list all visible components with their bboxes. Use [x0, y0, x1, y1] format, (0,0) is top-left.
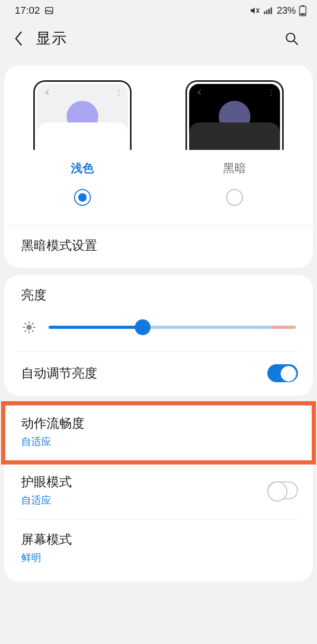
light-theme-label: 浅色	[71, 160, 94, 176]
dark-theme-label: 黑暗	[223, 160, 246, 176]
auto-brightness-row[interactable]: 自动调节亮度	[4, 352, 313, 396]
brightness-title: 亮度	[21, 287, 296, 304]
theme-option-light[interactable]: 浅色	[14, 80, 151, 206]
auto-brightness-label: 自动调节亮度	[21, 365, 97, 382]
svg-rect-1	[264, 12, 266, 14]
brightness-block: 亮度	[4, 275, 313, 351]
picture-icon	[44, 6, 54, 15]
status-time: 17:02	[15, 5, 40, 16]
display-options-card: 动作流畅度 自适应 护眼模式 自适应 屏幕模式 鲜明	[4, 403, 313, 582]
svg-point-11	[118, 95, 119, 96]
search-icon	[284, 31, 299, 46]
svg-point-9	[118, 90, 119, 91]
svg-point-12	[271, 90, 272, 91]
brightness-slider-row	[21, 319, 296, 335]
brightness-slider-thumb[interactable]	[135, 319, 151, 335]
brightness-slider[interactable]	[49, 326, 296, 329]
battery-icon	[299, 5, 306, 16]
motion-smoothness-title: 动作流畅度	[21, 415, 296, 432]
light-theme-thumbnail	[33, 80, 132, 150]
motion-smoothness-row[interactable]: 动作流畅度 自适应	[4, 403, 313, 462]
svg-point-15	[26, 325, 32, 330]
svg-point-13	[271, 92, 272, 93]
svg-point-10	[118, 92, 119, 93]
svg-point-14	[271, 95, 272, 96]
brightness-card: 亮度 自动调节亮度	[4, 275, 313, 396]
app-bar: 显示	[0, 21, 317, 56]
auto-brightness-switch[interactable]	[267, 364, 298, 382]
screen-mode-value: 鲜明	[21, 551, 296, 565]
svg-rect-3	[268, 9, 270, 14]
light-theme-radio[interactable]	[74, 189, 91, 206]
eye-comfort-switch[interactable]	[267, 481, 298, 499]
search-button[interactable]	[279, 26, 304, 51]
page-title: 显示	[36, 29, 68, 49]
svg-rect-2	[266, 10, 268, 14]
eye-comfort-title: 护眼模式	[21, 473, 72, 490]
theme-row: 浅色 黑暗	[4, 65, 313, 215]
dark-mode-settings-row[interactable]: 黑暗模式设置	[4, 225, 313, 268]
status-right: 23%	[249, 5, 306, 16]
back-button[interactable]	[4, 24, 34, 53]
svg-rect-7	[301, 13, 305, 15]
signal-icon	[263, 5, 274, 16]
eye-comfort-row[interactable]: 护眼模式 自适应	[4, 463, 313, 519]
eye-comfort-value: 自适应	[21, 494, 72, 507]
sun-icon	[21, 319, 37, 335]
mute-vibrate-icon	[249, 5, 260, 16]
motion-smoothness-value: 自适应	[21, 435, 296, 449]
svg-rect-6	[301, 5, 304, 6]
theme-option-dark[interactable]: 黑暗	[166, 80, 303, 206]
dark-mode-settings-label: 黑暗模式设置	[21, 237, 296, 254]
chevron-left-icon	[13, 30, 25, 47]
status-bar: 17:02 23%	[0, 0, 317, 21]
screen-mode-row[interactable]: 屏幕模式 鲜明	[4, 519, 313, 579]
dark-theme-thumbnail	[185, 80, 284, 150]
svg-rect-4	[271, 7, 272, 14]
battery-percent: 23%	[277, 5, 296, 16]
dark-theme-radio[interactable]	[226, 189, 243, 206]
status-left: 17:02	[15, 5, 54, 16]
screen-mode-title: 屏幕模式	[21, 531, 296, 548]
theme-card: 浅色 黑暗 黑暗模式设置	[4, 65, 313, 268]
